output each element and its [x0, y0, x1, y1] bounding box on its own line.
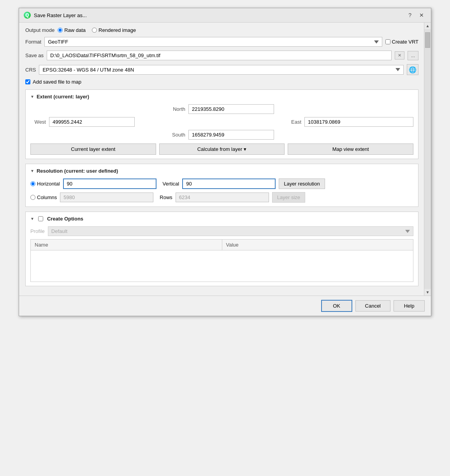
window-title: Save Raster Layer as...	[34, 12, 87, 18]
extent-east-label: East	[286, 119, 301, 125]
extent-section-title: Extent (current: layer)	[37, 94, 89, 100]
columns-label: Columns	[37, 194, 57, 200]
extent-south-row: South	[30, 130, 413, 140]
vertical-label: Vertical	[163, 181, 179, 187]
extent-grid: North West East South	[30, 104, 413, 140]
crs-select[interactable]: EPSG:32648 - WGS 84 / UTM zone 48N	[39, 65, 404, 75]
options-col-name: Name	[31, 240, 222, 250]
title-bar-left: Q Save Raster Layer as...	[24, 12, 87, 19]
format-row: Format GeoTIFF Create VRT	[25, 37, 418, 47]
crs-row: CRS EPSG:32648 - WGS 84 / UTM zone 48N 🌐	[25, 64, 418, 75]
options-col-value: Value	[222, 240, 413, 250]
resolution-horizontal-row: Horizontal Vertical Layer resolution	[30, 178, 413, 189]
add-saved-row: Add saved file to map	[25, 79, 418, 85]
dialog-save-raster: Q Save Raster Layer as... ? ✕ Output mod…	[19, 8, 431, 316]
radio-raw-data[interactable]: Raw data	[58, 27, 86, 33]
extent-west-input[interactable]	[49, 117, 135, 127]
map-view-extent-button[interactable]: Map view extent	[288, 144, 413, 155]
rows-label: Rows	[160, 194, 172, 200]
extent-westeast-row: West East	[30, 117, 413, 127]
format-select[interactable]: GeoTIFF	[44, 37, 382, 47]
resolution-columns-row: Columns Rows Layer size	[30, 192, 413, 203]
rows-input[interactable]	[176, 192, 269, 202]
saveas-label: Save as	[25, 52, 44, 58]
resolution-collapse-arrow: ▼	[30, 169, 34, 173]
saveas-clear-button[interactable]: ✕	[395, 51, 404, 60]
create-vrt-checkbox[interactable]	[385, 39, 390, 44]
radio-columns[interactable]: Columns	[30, 194, 57, 200]
current-layer-extent-button[interactable]: Current layer extent	[30, 144, 156, 155]
extent-north-row: North	[30, 104, 413, 114]
create-options-section: ▼ Create Options Profile Default Name Va…	[25, 212, 418, 286]
radio-rendered-image-label: Rendered image	[98, 27, 136, 33]
extent-btn-row: Current layer extent Calculate from laye…	[30, 144, 413, 155]
extent-north-label: North	[170, 106, 185, 112]
add-saved-label: Add saved file to map	[33, 79, 81, 85]
close-title-button[interactable]: ✕	[417, 11, 426, 19]
add-saved-checkbox[interactable]	[25, 79, 30, 84]
extent-west-label: West	[30, 119, 46, 125]
scroll-down-arrow[interactable]: ▼	[426, 289, 430, 296]
radio-horizontal-input[interactable]	[30, 181, 35, 186]
output-mode-options: Raw data Rendered image	[58, 27, 136, 33]
scroll-thumb[interactable]	[425, 32, 430, 48]
extent-north-input[interactable]	[188, 104, 274, 114]
options-rows-area	[31, 250, 413, 282]
scroll-up-arrow[interactable]: ▲	[426, 23, 430, 29]
radio-horizontal[interactable]: Horizontal	[30, 181, 60, 187]
extent-south-input[interactable]	[188, 130, 274, 140]
crs-globe-button[interactable]: 🌐	[407, 64, 418, 75]
calculate-from-layer-button[interactable]: Calculate from layer ▾	[159, 144, 285, 155]
scroll-track[interactable]	[424, 29, 431, 289]
extent-collapse-arrow: ▼	[30, 94, 34, 99]
resolution-section-title: Resolution (current: user defined)	[37, 168, 118, 174]
extent-west-group: West	[30, 117, 135, 127]
options-table-area: Name Value	[30, 239, 413, 282]
resolution-grid: Horizontal Vertical Layer resolution Col…	[30, 178, 413, 203]
create-vrt-text: Create VRT	[392, 39, 418, 45]
horizontal-input[interactable]	[63, 178, 156, 189]
extent-east-input[interactable]	[304, 117, 413, 127]
radio-raw-data-input[interactable]	[58, 28, 63, 33]
ok-button[interactable]: OK	[321, 300, 352, 312]
create-options-section-header[interactable]: ▼ Create Options	[30, 216, 413, 222]
side-scrollbar[interactable]: ▲ ▼	[424, 23, 431, 296]
output-mode-label: Output mode	[25, 27, 54, 33]
vertical-input[interactable]	[182, 178, 276, 189]
extent-section-header[interactable]: ▼ Extent (current: layer)	[30, 94, 413, 100]
help-button[interactable]: Help	[394, 300, 425, 312]
horizontal-label: Horizontal	[37, 181, 60, 187]
profile-row: Profile Default	[30, 226, 413, 236]
title-bar: Q Save Raster Layer as... ? ✕	[19, 8, 431, 23]
app-icon: Q	[24, 12, 31, 19]
extent-east-group: East	[286, 117, 413, 127]
create-options-checkbox[interactable]	[38, 216, 43, 221]
create-vrt-label[interactable]: Create VRT	[385, 39, 418, 45]
resolution-section: ▼ Resolution (current: user defined) Hor…	[25, 164, 418, 207]
resolution-section-header[interactable]: ▼ Resolution (current: user defined)	[30, 168, 413, 174]
saveas-browse-button[interactable]: ...	[408, 51, 418, 60]
crs-label: CRS	[25, 67, 36, 73]
calculate-arrow-icon: ▾	[244, 146, 246, 152]
layer-resolution-button[interactable]: Layer resolution	[279, 178, 325, 189]
columns-input[interactable]	[60, 192, 153, 202]
create-options-collapse-arrow: ▼	[30, 217, 34, 221]
saveas-input[interactable]	[47, 51, 392, 60]
radio-rendered-image-input[interactable]	[92, 28, 97, 33]
title-bar-actions: ? ✕	[406, 11, 426, 19]
extent-south-label: South	[170, 132, 185, 138]
profile-select[interactable]: Default	[48, 226, 413, 236]
radio-rendered-image[interactable]: Rendered image	[92, 27, 136, 33]
format-label: Format	[25, 39, 41, 45]
output-mode-row: Output mode Raw data Rendered image	[25, 27, 418, 33]
help-title-button[interactable]: ?	[406, 11, 414, 19]
profile-label: Profile	[30, 228, 45, 234]
saveas-row: Save as ✕ ...	[25, 51, 418, 60]
create-options-title: Create Options	[47, 216, 83, 222]
cancel-button[interactable]: Cancel	[355, 300, 390, 312]
options-header: Name Value	[31, 240, 413, 250]
radio-columns-input[interactable]	[30, 195, 35, 200]
extent-section: ▼ Extent (current: layer) North West Eas…	[25, 89, 418, 159]
layer-size-button: Layer size	[272, 192, 305, 203]
radio-raw-data-label: Raw data	[64, 27, 86, 33]
